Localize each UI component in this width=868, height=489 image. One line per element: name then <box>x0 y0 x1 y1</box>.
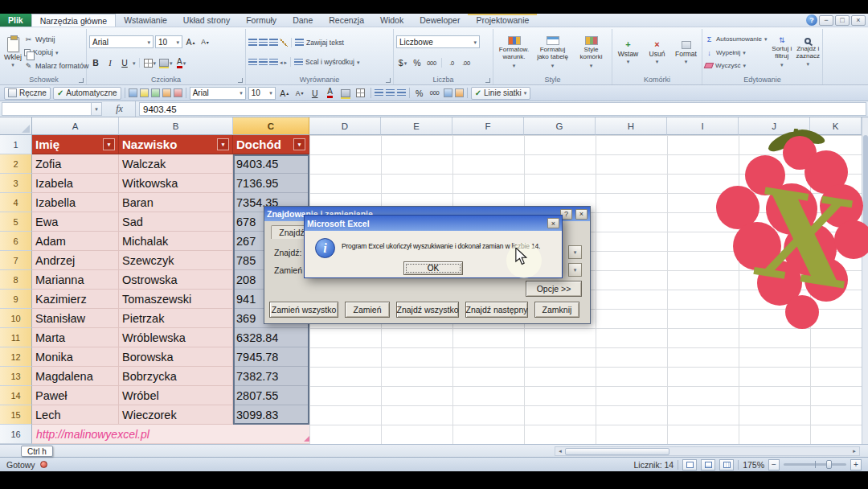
row-header-3[interactable]: 3 <box>0 174 32 193</box>
select-all-corner[interactable] <box>0 117 32 135</box>
cell-A14[interactable]: Paweł <box>32 386 119 405</box>
cell-B5[interactable]: Sad <box>119 212 233 232</box>
column-header-A[interactable]: A <box>32 117 119 135</box>
gridlines-toggle[interactable]: ✓ Linie siatki ▾ <box>471 87 531 100</box>
horizontal-scrollbar[interactable]: ◂ ▸ <box>555 446 860 456</box>
delete-cells-button[interactable]: × Usuń ▾ <box>644 30 670 75</box>
formula-input[interactable]: 9403.45 <box>139 102 866 116</box>
cell-A13[interactable]: Magdalena <box>32 367 119 386</box>
cell-B10[interactable]: Pietrzak <box>119 309 233 328</box>
qat-fill-color-button[interactable] <box>339 87 352 100</box>
cell-A4[interactable]: Izabella <box>32 193 119 212</box>
calculator-icon[interactable] <box>129 88 137 97</box>
cell-B3[interactable]: Witkowska <box>119 174 233 193</box>
zamie-button[interactable]: Zamień <box>345 302 390 318</box>
page-break-view-button[interactable] <box>719 459 734 471</box>
cell-B2[interactable]: Walczak <box>119 154 233 174</box>
tab-projektowanie[interactable]: Projektowanie <box>468 14 537 27</box>
conditional-formatting-button[interactable]: Formatow. warunk. ▾ <box>496 30 532 75</box>
qat-shrink-font-button[interactable]: A▾ <box>293 87 306 100</box>
dialog-close-button[interactable]: × <box>575 209 588 220</box>
cut-button[interactable]: ✂ Wytnij <box>24 35 89 43</box>
italic-button[interactable]: I <box>104 56 117 69</box>
help-icon[interactable]: ? <box>806 14 817 26</box>
name-box[interactable] <box>2 102 92 116</box>
tab-widok[interactable]: Widok <box>372 14 411 27</box>
borders-button[interactable]: ▾ <box>143 56 158 69</box>
znajd-nast-pny-button[interactable]: Znajdź następny <box>465 302 528 318</box>
cell-A5[interactable]: Ewa <box>32 212 119 232</box>
align-middle-icon[interactable] <box>259 39 268 46</box>
increase-indent-icon[interactable]: ▸ <box>285 60 288 65</box>
qat-borders-button[interactable] <box>354 87 367 100</box>
format-as-table-button[interactable]: Formatuj jako tabelę ▾ <box>534 30 571 75</box>
scroll-right-arrow[interactable]: ▸ <box>850 447 859 455</box>
insert-function-button[interactable]: fx <box>104 101 136 117</box>
grow-font-button[interactable]: A▴ <box>184 35 197 48</box>
cell-C2[interactable]: 9403.45 <box>233 154 309 174</box>
clear-button[interactable]: Wyczyść ▾ <box>705 62 768 69</box>
zoom-slider-thumb[interactable] <box>826 460 832 469</box>
cell-styles-button[interactable]: Style komórki ▾ <box>573 30 609 75</box>
cell-A12[interactable]: Monika <box>32 347 119 367</box>
filter-icon[interactable] <box>455 88 464 97</box>
dialog-launcher-icon[interactable] <box>238 78 243 83</box>
underline-button[interactable]: U <box>118 56 131 69</box>
column-header-H[interactable]: H <box>596 117 667 135</box>
qat-font-color-button[interactable]: A <box>324 87 337 100</box>
zoom-in-button[interactable]: + <box>850 459 862 471</box>
table-header-doch-d[interactable]: Dochód▾ <box>233 135 309 154</box>
row-header-7[interactable]: 7 <box>0 251 32 270</box>
filter-dropdown-icon[interactable]: ▾ <box>217 138 229 150</box>
filter-dropdown-icon[interactable]: ▾ <box>293 138 305 150</box>
alert-titlebar[interactable]: Microsoft Excel × <box>305 216 562 231</box>
font-size-combo[interactable]: 10 ▾ <box>155 35 182 48</box>
auto-calc-button[interactable]: ✓ Automatyczne <box>53 87 121 100</box>
number-format-combo[interactable]: Liczbowe ▾ <box>396 35 480 48</box>
font-color-button[interactable]: A▾ <box>175 56 188 69</box>
qat-size-combo[interactable]: 10 ▾ <box>248 87 276 100</box>
row-header-1[interactable]: 1 <box>0 135 32 154</box>
cell-C12[interactable]: 7945.78 <box>233 347 309 367</box>
cell-A10[interactable]: Stanisław <box>32 309 119 328</box>
cell-B13[interactable]: Bobrzycka <box>119 367 233 386</box>
tab-dane[interactable]: Dane <box>285 14 321 27</box>
zoom-level[interactable]: 175% <box>743 460 764 470</box>
cell-A7[interactable]: Andrzej <box>32 251 119 270</box>
sort-filter-button[interactable]: ⇅ Sortuj i filtruj ▾ <box>770 30 794 75</box>
name-box-dropdown[interactable]: ▾ <box>92 102 102 116</box>
cell-C13[interactable]: 7382.73 <box>233 367 309 386</box>
cell-B7[interactable]: Szewczyk <box>119 251 233 270</box>
row-header-2[interactable]: 2 <box>0 154 32 174</box>
cell-A8[interactable]: Marianna <box>32 270 119 290</box>
column-header-C[interactable]: C <box>233 117 309 135</box>
row-header-15[interactable]: 15 <box>0 405 32 425</box>
znajd-wszystko-button[interactable]: Znajdź wszystko <box>396 302 459 318</box>
autosum-button[interactable]: Σ Autosumowanie ▾ <box>705 35 768 43</box>
column-header-F[interactable]: F <box>452 117 524 135</box>
cell-B4[interactable]: Baran <box>119 193 233 212</box>
orientation-icon[interactable] <box>280 39 288 47</box>
align-right-icon[interactable] <box>269 59 278 66</box>
row-header-8[interactable]: 8 <box>0 270 32 290</box>
tab-narz-dzia-g-wne[interactable]: Narzędzia główne <box>31 14 116 27</box>
table-resize-handle[interactable] <box>304 436 309 442</box>
shrink-font-button[interactable]: A▾ <box>199 35 211 48</box>
qat-grow-font-button[interactable]: A▴ <box>278 87 291 100</box>
table-header-imi[interactable]: Imię▾ <box>32 135 119 154</box>
tab-uk-ad-strony[interactable]: Układ strony <box>175 14 238 27</box>
column-header-B[interactable]: B <box>119 117 233 135</box>
replace-input-dropdown[interactable]: ▾ <box>568 263 582 277</box>
align-center-icon[interactable] <box>259 59 268 66</box>
zamie-wszystko-button[interactable]: Zamień wszystko <box>269 302 338 318</box>
column-header-D[interactable]: D <box>309 117 381 135</box>
dialog-launcher-icon[interactable] <box>386 78 391 83</box>
row-header-12[interactable]: 12 <box>0 347 32 367</box>
manual-calc-button[interactable]: Ręczne <box>4 87 51 100</box>
sort-asc-icon[interactable] <box>444 88 452 97</box>
filter-dropdown-icon[interactable]: ▾ <box>103 138 115 150</box>
macro-record-icon[interactable] <box>40 461 47 468</box>
qat-font-combo[interactable]: Arial ▾ <box>190 87 246 100</box>
cell-B8[interactable]: Ostrowska <box>119 270 233 290</box>
copy-button[interactable]: Kopiuj ▾ <box>24 48 89 56</box>
